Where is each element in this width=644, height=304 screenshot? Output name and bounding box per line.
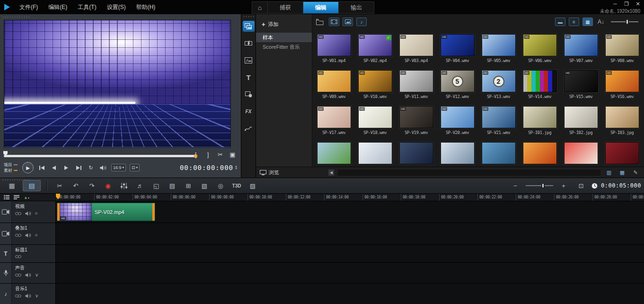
speaker-icon[interactable] bbox=[25, 233, 31, 238]
media-thumbnail[interactable]: HD bbox=[399, 106, 433, 128]
project-mode-toggle[interactable]: 项目 bbox=[4, 162, 18, 167]
link-icon[interactable] bbox=[15, 294, 21, 298]
track-lane-music[interactable] bbox=[56, 284, 644, 304]
timeline-clip[interactable]: HDSP-V02.mp4 bbox=[57, 203, 155, 221]
preview-drag-handle[interactable] bbox=[2, 16, 29, 18]
chroma-key-button[interactable]: ▧ bbox=[197, 180, 212, 191]
tab-1[interactable]: 编辑 bbox=[303, 1, 339, 14]
mark-in-button[interactable]: [ bbox=[192, 151, 200, 158]
graphic-category-icon[interactable] bbox=[243, 89, 255, 100]
transition-category-icon[interactable] bbox=[243, 38, 255, 49]
library-nav-item-0[interactable]: 样本 bbox=[256, 33, 312, 42]
media-item[interactable] bbox=[519, 138, 560, 167]
media-item[interactable] bbox=[354, 138, 396, 167]
media-thumbnail[interactable]: HD bbox=[399, 70, 433, 92]
aspect-ratio-select[interactable]: 16:9▾ bbox=[111, 164, 126, 171]
seek-playhead[interactable] bbox=[3, 151, 8, 156]
pan-zoom-button[interactable]: ◱ bbox=[149, 180, 163, 191]
media-item[interactable]: HDSP-V18.wmv bbox=[354, 102, 396, 138]
volume-button[interactable] bbox=[99, 163, 107, 172]
timeline-zoom-slider[interactable] bbox=[526, 185, 553, 186]
chevron-down-icon[interactable]: ∨ bbox=[35, 273, 38, 277]
media-item[interactable] bbox=[396, 138, 437, 167]
media-item[interactable] bbox=[437, 138, 478, 167]
grid-scroll-left-button[interactable]: ◀ bbox=[328, 170, 334, 176]
caption-category-icon[interactable]: A bbox=[243, 55, 255, 66]
zoom-out-button[interactable]: − bbox=[508, 180, 522, 191]
media-item[interactable]: HDSP-V17.wmv bbox=[313, 102, 354, 138]
title-3d-button[interactable]: T3D bbox=[229, 180, 244, 191]
media-item[interactable]: HD2SP-V13.wmv bbox=[478, 66, 519, 102]
close-button[interactable]: ✕ bbox=[635, 1, 641, 7]
media-thumbnail[interactable]: HD bbox=[523, 34, 557, 56]
media-item[interactable]: HD5SP-V12.wmv bbox=[437, 66, 478, 102]
media-thumbnail[interactable]: HD5 bbox=[441, 70, 475, 92]
view-list-button[interactable]: ≡ bbox=[569, 18, 579, 26]
prev-frame-button[interactable] bbox=[50, 163, 58, 172]
media-category-icon[interactable] bbox=[243, 21, 255, 32]
maximize-button[interactable]: ❐ bbox=[623, 1, 630, 7]
redo-button[interactable]: ↷ bbox=[85, 180, 99, 191]
track-list-icon[interactable] bbox=[4, 195, 9, 199]
add-track-icon[interactable]: ▲▾ bbox=[24, 195, 29, 200]
media-thumbnail[interactable]: HD bbox=[317, 70, 351, 92]
media-thumbnail[interactable]: HD bbox=[317, 106, 351, 128]
path-category-icon[interactable] bbox=[243, 123, 255, 134]
track-header-overlay[interactable]: 叠加1≈ bbox=[0, 223, 55, 245]
tab-2[interactable]: 输出 bbox=[339, 1, 374, 14]
track-manager-button[interactable]: ⊞ bbox=[181, 180, 195, 191]
ripple-edit-icon[interactable]: ≈ bbox=[35, 212, 38, 215]
media-item[interactable]: HDSP-V07.wmv bbox=[560, 30, 601, 66]
track-header-title[interactable]: T标题1 bbox=[0, 245, 55, 263]
display-size-select[interactable]: ⊡▾ bbox=[130, 164, 140, 171]
thumbnail-size-slider[interactable] bbox=[611, 21, 638, 22]
media-thumbnail[interactable]: HD bbox=[605, 70, 639, 92]
ripple-edit-icon[interactable]: ≈ bbox=[35, 233, 38, 237]
media-thumbnail[interactable]: HD bbox=[441, 106, 475, 128]
media-thumbnail[interactable]: HD bbox=[482, 106, 516, 128]
media-item[interactable]: HDSP-V11.wmv bbox=[396, 66, 437, 102]
track-lane-title[interactable] bbox=[56, 245, 644, 263]
go-start-button[interactable] bbox=[37, 163, 46, 172]
minimize-button[interactable]: ─ bbox=[612, 1, 618, 7]
library-panel-toggle-icon[interactable]: ▥ bbox=[604, 169, 614, 176]
media-thumbnail[interactable]: HD bbox=[564, 34, 598, 56]
media-thumbnail[interactable] bbox=[605, 142, 639, 164]
media-thumbnail[interactable]: HD bbox=[523, 70, 557, 92]
fit-timeline-button[interactable]: ⊡ bbox=[574, 180, 588, 191]
undo-button[interactable]: ↶ bbox=[69, 180, 83, 191]
sound-mixer-button[interactable] bbox=[117, 180, 131, 191]
filter-video-button[interactable] bbox=[329, 18, 339, 26]
media-item[interactable]: HDSP-V04.wmv bbox=[437, 30, 478, 66]
media-item[interactable]: HDSP-V10.wmv bbox=[354, 66, 396, 102]
track-options-icon[interactable] bbox=[14, 195, 19, 199]
add-folder-button[interactable]: + 添加 bbox=[256, 14, 312, 33]
speaker-icon[interactable] bbox=[25, 211, 31, 216]
media-thumbnail[interactable]: HD bbox=[358, 106, 392, 128]
media-thumbnail[interactable] bbox=[523, 142, 557, 164]
go-end-button[interactable] bbox=[74, 163, 83, 172]
split-clip-button[interactable]: ✂ bbox=[216, 151, 224, 158]
media-item[interactable]: HDSP-V08.wmv bbox=[601, 30, 643, 66]
track-header-voice[interactable]: 声音∨ bbox=[0, 263, 55, 284]
media-item[interactable] bbox=[601, 138, 643, 167]
media-thumbnail[interactable] bbox=[564, 142, 598, 164]
filter-audio-button[interactable]: ♪ bbox=[356, 18, 367, 26]
media-item[interactable] bbox=[560, 138, 601, 167]
library-nav-item-1[interactable]: ScoreFitter 音乐 bbox=[256, 42, 312, 52]
media-thumbnail[interactable] bbox=[441, 142, 475, 164]
library-drag-handle[interactable] bbox=[243, 16, 254, 18]
media-item[interactable]: HDSP-V14.wmv bbox=[519, 66, 560, 102]
media-thumbnail[interactable]: HD2 bbox=[482, 70, 516, 92]
media-thumbnail[interactable]: HD bbox=[317, 34, 351, 56]
mix-tools-icon[interactable]: ✂ bbox=[53, 180, 67, 191]
enlarge-preview-button[interactable]: ▣ bbox=[229, 151, 237, 158]
menu-item-3[interactable]: 设置(S) bbox=[102, 0, 131, 14]
link-icon[interactable] bbox=[15, 233, 21, 237]
auto-music-button[interactable]: ♬ bbox=[133, 180, 147, 191]
menu-item-2[interactable]: 工具(T) bbox=[72, 0, 101, 14]
media-thumbnail[interactable]: HD bbox=[482, 34, 516, 56]
storyboard-view-button[interactable]: ▦ bbox=[3, 180, 21, 191]
media-thumbnail[interactable]: HD bbox=[399, 34, 433, 56]
media-thumbnail[interactable]: HD bbox=[441, 34, 475, 56]
